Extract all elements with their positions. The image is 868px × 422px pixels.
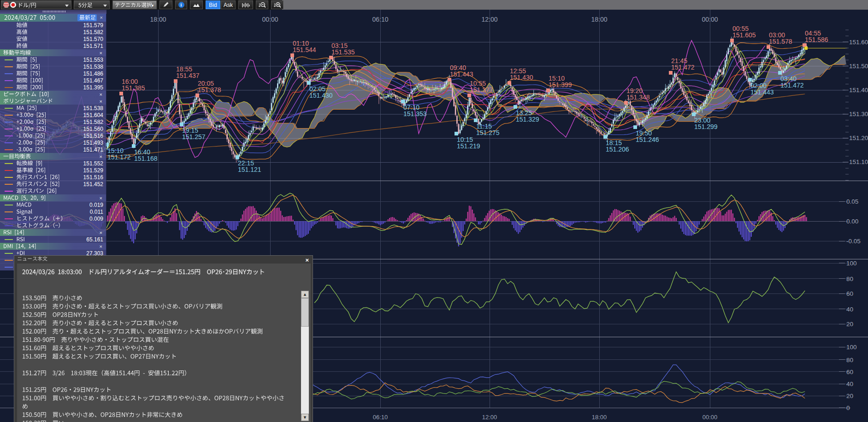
svg-text:0.00: 0.00 (846, 218, 858, 225)
svg-text:151.168: 151.168 (134, 155, 158, 162)
svg-text:151.430: 151.430 (510, 74, 533, 81)
svg-text:151.172: 151.172 (107, 153, 131, 161)
svg-text:151.206: 151.206 (606, 146, 629, 153)
svg-text:12:00: 12:00 (481, 16, 497, 23)
svg-text:151.578: 151.578 (769, 38, 792, 45)
svg-text:151.605: 151.605 (732, 31, 756, 39)
svg-text:151.586: 151.586 (805, 36, 828, 43)
svg-text:151.329: 151.329 (516, 116, 539, 123)
svg-text:151.10: 151.10 (849, 158, 868, 165)
svg-text:151.399: 151.399 (549, 81, 572, 88)
svg-text:151.246: 151.246 (636, 136, 659, 143)
svg-text:-0.05: -0.05 (846, 238, 861, 245)
svg-text:151.121: 151.121 (238, 166, 261, 173)
svg-text:100: 100 (846, 344, 857, 351)
svg-text:151.30: 151.30 (849, 111, 868, 117)
svg-text:06:10: 06:10 (372, 16, 388, 23)
svg-text:151.378: 151.378 (198, 86, 221, 94)
svg-text:00:00: 00:00 (703, 414, 718, 421)
svg-text:20: 20 (846, 321, 853, 328)
svg-text:151.377: 151.377 (470, 86, 493, 94)
svg-text:60: 60 (846, 369, 853, 375)
svg-text:151.443: 151.443 (450, 70, 473, 78)
svg-text:151.437: 151.437 (176, 72, 200, 79)
svg-text:40: 40 (846, 306, 853, 313)
svg-text:00:00: 00:00 (702, 16, 718, 23)
svg-text:06:10: 06:10 (373, 414, 388, 421)
svg-text:80: 80 (846, 357, 853, 363)
svg-text:80: 80 (846, 275, 853, 282)
svg-text:20: 20 (846, 393, 853, 399)
svg-text:18:00: 18:00 (150, 16, 166, 23)
svg-text:151.385: 151.385 (122, 84, 145, 92)
svg-text:151.275: 151.275 (476, 129, 500, 136)
svg-text:12:00: 12:00 (482, 414, 497, 421)
svg-text:100: 100 (846, 260, 857, 267)
svg-text:60: 60 (846, 290, 853, 297)
svg-text:151.40: 151.40 (849, 87, 868, 94)
svg-text:151.299: 151.299 (694, 123, 718, 130)
svg-text:0: 0 (846, 404, 850, 411)
svg-text:151.20: 151.20 (849, 135, 868, 141)
svg-text:00:00: 00:00 (262, 16, 278, 23)
svg-text:40: 40 (846, 381, 853, 387)
svg-text:151.60: 151.60 (849, 39, 868, 46)
svg-text:18:00: 18:00 (591, 16, 607, 23)
svg-text:0.05: 0.05 (846, 198, 858, 205)
svg-text:151.535: 151.535 (331, 48, 355, 56)
svg-text:151.430: 151.430 (309, 92, 333, 99)
svg-text:151.353: 151.353 (403, 110, 427, 117)
svg-text:18:00: 18:00 (592, 414, 607, 421)
svg-text:151.544: 151.544 (293, 46, 316, 53)
svg-text:151.219: 151.219 (457, 142, 480, 150)
svg-text:151.348: 151.348 (626, 94, 650, 101)
svg-text:151.443: 151.443 (750, 88, 774, 96)
svg-text:151.472: 151.472 (780, 82, 804, 89)
svg-text:151.257: 151.257 (182, 133, 206, 141)
svg-text:151.472: 151.472 (671, 64, 695, 71)
svg-text:151.50: 151.50 (849, 63, 868, 70)
